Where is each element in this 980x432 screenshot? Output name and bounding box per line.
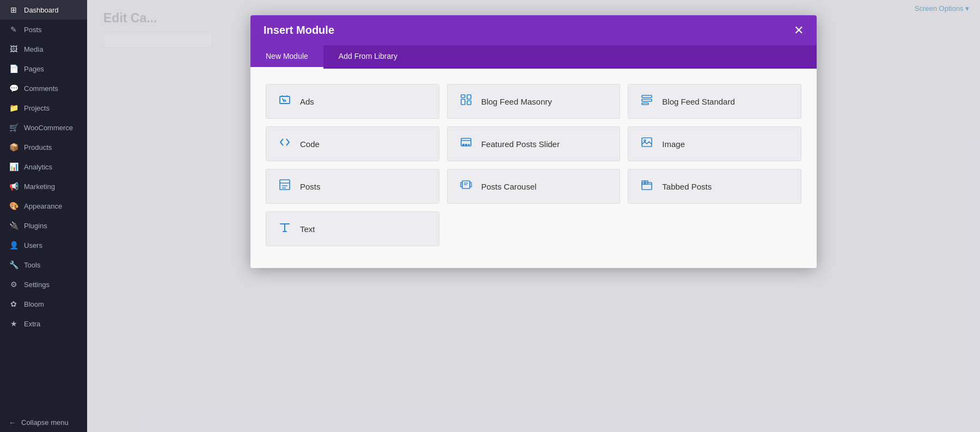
svg-rect-21 — [470, 182, 471, 187]
featured-slider-icon — [458, 136, 474, 152]
sidebar-item-analytics[interactable]: 📊 Analytics — [0, 157, 87, 177]
extra-icon: ★ — [9, 319, 19, 328]
collapse-menu-button[interactable]: ← Collapse menu — [0, 413, 87, 432]
module-item-blog-feed-masonry[interactable]: Blog Feed Masonry — [447, 84, 621, 119]
media-icon: 🖼 — [9, 45, 19, 53]
svg-point-11 — [465, 144, 466, 145]
module-item-posts[interactable]: Posts — [266, 169, 439, 204]
comments-icon: 💬 — [9, 84, 19, 93]
bloom-icon: ✿ — [9, 300, 19, 308]
sidebar-item-users[interactable]: 👤 Users — [0, 235, 87, 255]
module-label-code: Code — [300, 139, 320, 149]
svg-rect-5 — [642, 95, 652, 98]
module-item-image[interactable]: Image — [628, 126, 801, 161]
svg-point-10 — [462, 144, 463, 145]
modal-close-button[interactable]: ✕ — [794, 25, 804, 36]
tabbed-posts-icon — [639, 178, 654, 194]
sidebar-item-comments[interactable]: 💬 Comments — [0, 78, 87, 98]
products-icon: 📦 — [9, 143, 19, 151]
sidebar-item-posts[interactable]: ✎ Posts — [0, 20, 87, 39]
sidebar-item-pages[interactable]: 📄 Pages — [0, 59, 87, 78]
settings-icon: ⚙ — [9, 280, 19, 289]
sidebar-item-products[interactable]: 📦 Products — [0, 137, 87, 157]
module-item-text[interactable]: Text — [266, 211, 439, 246]
collapse-icon: ← — [9, 418, 16, 427]
sidebar-item-projects[interactable]: 📁 Projects — [0, 98, 87, 118]
svg-rect-20 — [461, 182, 462, 187]
module-grid: Ads Blog Feed Masonry — [266, 84, 801, 246]
modal-body: Ads Blog Feed Masonry — [250, 69, 817, 268]
carousel-icon — [458, 178, 474, 194]
svg-rect-1 — [461, 95, 465, 98]
module-item-blog-feed-standard[interactable]: Blog Feed Standard — [628, 84, 801, 119]
module-item-posts-carousel[interactable]: Posts Carousel — [447, 169, 621, 204]
woocommerce-icon: 🛒 — [9, 123, 19, 132]
sidebar-item-plugins[interactable]: 🔌 Plugins — [0, 216, 87, 235]
module-label-ads: Ads — [300, 97, 314, 106]
module-item-tabbed-posts[interactable]: Tabbed Posts — [628, 169, 801, 204]
blog-masonry-icon — [458, 93, 474, 109]
svg-rect-2 — [467, 95, 471, 99]
tab-add-from-library[interactable]: Add From Library — [323, 45, 413, 69]
users-icon: 👤 — [9, 241, 19, 250]
analytics-icon: 📊 — [9, 162, 19, 171]
svg-rect-6 — [642, 99, 652, 101]
main-content: Edit Ca... Default Screen Options ▾ Inse… — [87, 0, 980, 432]
plugins-icon: 🔌 — [9, 221, 19, 230]
modal-title: Insert Module — [264, 24, 334, 36]
module-label-posts-carousel: Posts Carousel — [481, 182, 537, 191]
sidebar: ⊞ Dashboard ✎ Posts 🖼 Media 📄 Pages 💬 Co… — [0, 0, 87, 432]
modal-header: Insert Module ✕ — [250, 15, 817, 45]
text-icon — [277, 221, 292, 237]
sidebar-item-tools[interactable]: 🔧 Tools — [0, 255, 87, 275]
module-label-blog-feed-masonry: Blog Feed Masonry — [481, 97, 552, 106]
insert-module-modal: Insert Module ✕ New Module Add From Libr… — [250, 15, 817, 268]
projects-icon: 📁 — [9, 104, 19, 112]
code-icon — [277, 136, 292, 152]
blog-standard-icon — [639, 93, 654, 109]
sidebar-item-extra[interactable]: ★ Extra — [0, 314, 87, 333]
marketing-icon: 📢 — [9, 182, 19, 191]
module-label-tabbed-posts: Tabbed Posts — [662, 182, 712, 191]
svg-rect-24 — [642, 182, 652, 190]
module-label-posts: Posts — [300, 182, 321, 191]
appearance-icon: 🎨 — [9, 202, 19, 210]
sidebar-item-bloom[interactable]: ✿ Bloom — [0, 294, 87, 314]
sidebar-item-media[interactable]: 🖼 Media — [0, 39, 87, 59]
sidebar-item-appearance[interactable]: 🎨 Appearance — [0, 196, 87, 216]
image-icon — [639, 136, 654, 152]
sidebar-item-settings[interactable]: ⚙ Settings — [0, 275, 87, 294]
svg-rect-3 — [461, 99, 465, 105]
module-label-image: Image — [662, 139, 685, 149]
posts-module-icon — [277, 178, 292, 194]
svg-point-12 — [468, 144, 469, 145]
tools-icon: 🔧 — [9, 260, 19, 269]
sidebar-item-dashboard[interactable]: ⊞ Dashboard — [0, 0, 87, 20]
modal-tabs: New Module Add From Library — [250, 45, 817, 69]
svg-rect-4 — [467, 101, 471, 105]
module-item-code[interactable]: Code — [266, 126, 439, 161]
svg-rect-7 — [642, 103, 648, 105]
svg-rect-13 — [642, 138, 652, 147]
module-item-featured-posts-slider[interactable]: Featured Posts Slider — [447, 126, 621, 161]
module-item-ads[interactable]: Ads — [266, 84, 439, 119]
module-label-featured-posts-slider: Featured Posts Slider — [481, 139, 560, 149]
module-label-blog-feed-standard: Blog Feed Standard — [662, 97, 734, 106]
sidebar-item-woocommerce[interactable]: 🛒 WooCommerce — [0, 118, 87, 137]
dashboard-icon: ⊞ — [9, 5, 19, 14]
module-label-text: Text — [300, 224, 315, 234]
posts-icon: ✎ — [9, 25, 19, 34]
tab-new-module[interactable]: New Module — [250, 45, 323, 69]
sidebar-item-marketing[interactable]: 📢 Marketing — [0, 177, 87, 196]
ads-icon — [277, 93, 292, 109]
svg-point-14 — [644, 140, 646, 142]
pages-icon: 📄 — [9, 64, 19, 73]
